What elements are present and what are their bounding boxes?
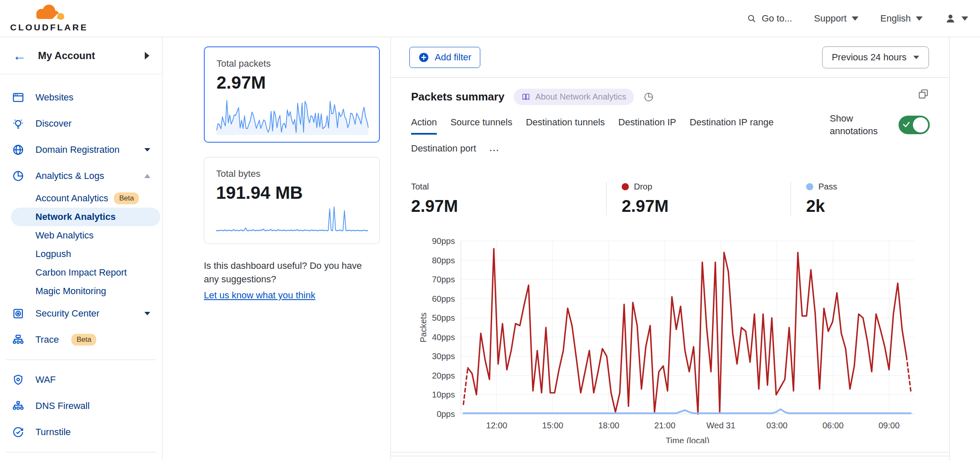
- tab-destination-ip-range[interactable]: Destination IP range: [690, 117, 774, 135]
- sidebar-item-logpush[interactable]: Logpush: [0, 245, 162, 263]
- tab-destination-ip[interactable]: Destination IP: [618, 117, 676, 135]
- globe-icon: [12, 143, 24, 156]
- stat-value: 2.97M: [411, 197, 606, 216]
- filter-bar: Add filter Previous 24 hours: [391, 37, 949, 77]
- svg-text:18:00: 18:00: [598, 421, 619, 430]
- svg-text:10pps: 10pps: [432, 390, 455, 399]
- stat-total: Total 2.97M: [411, 182, 606, 216]
- account-header: ← My Account: [0, 37, 162, 74]
- stat-label: Total: [411, 182, 429, 192]
- time-range-label: Previous 24 hours: [832, 52, 907, 63]
- tab-action[interactable]: Action: [411, 117, 437, 135]
- sidebar-item-label: WAF: [35, 374, 56, 385]
- svg-text:Time (local): Time (local): [666, 436, 709, 443]
- annotations-toggle[interactable]: [899, 116, 930, 134]
- sidebar-item-network-analytics[interactable]: Network Analytics: [11, 208, 160, 226]
- panel-gap: [391, 452, 949, 456]
- sidebar-item-carbon-impact-report[interactable]: Carbon Impact Report: [0, 263, 162, 282]
- sidebar-item-label: Network Analytics: [35, 211, 116, 222]
- sidebar-item-label: Account Analytics: [35, 193, 108, 204]
- stat-label: Pass: [818, 182, 837, 192]
- svg-text:30pps: 30pps: [432, 352, 455, 361]
- sidebar-item-label: DNS Firewall: [35, 400, 89, 411]
- svg-text:40pps: 40pps: [432, 333, 455, 342]
- account-menu[interactable]: [945, 13, 968, 24]
- back-arrow-icon[interactable]: ←: [13, 49, 26, 62]
- language-menu[interactable]: English: [880, 13, 923, 24]
- time-series-chart: 0pps10pps20pps30pps40pps50pps60pps70pps8…: [414, 230, 929, 443]
- packets-summary-panel: Packets summary About Network Analytics: [391, 77, 949, 452]
- sidebar-item-trace[interactable]: Trace Beta: [0, 327, 162, 353]
- svg-text:Wed 31: Wed 31: [707, 421, 736, 430]
- check-icon: [902, 120, 911, 129]
- chevron-down-icon: [913, 56, 919, 59]
- top-bar: CLOUDFLARE Go to... Support English: [0, 0, 980, 37]
- packets-line-chart: 0pps10pps20pps30pps40pps50pps60pps70pps8…: [414, 230, 933, 443]
- time-range-dropdown[interactable]: Previous 24 hours: [822, 46, 929, 68]
- goto-search[interactable]: Go to...: [747, 13, 792, 24]
- add-filter-button[interactable]: Add filter: [409, 47, 480, 68]
- sidebar-item-label: Domain Registration: [35, 144, 119, 155]
- card-label: Total packets: [217, 58, 367, 69]
- sidebar-item-security-center[interactable]: Security Center: [0, 300, 162, 327]
- beta-badge: Beta: [114, 192, 139, 204]
- sidebar-item-label: Turnstile: [35, 427, 71, 438]
- beta-badge: Beta: [71, 334, 96, 346]
- expand-panel-icon[interactable]: [917, 88, 930, 100]
- tab-destination-port[interactable]: Destination port: [411, 143, 476, 161]
- svg-text:20pps: 20pps: [432, 371, 455, 380]
- account-name: My Account: [38, 50, 95, 62]
- svg-text:Packets: Packets: [419, 312, 428, 342]
- sidebar-item-magic-monitoring[interactable]: Magic Monitoring: [0, 282, 162, 300]
- cloudflare-logo[interactable]: CLOUDFLARE: [10, 5, 88, 32]
- packets-sparkline: [217, 93, 368, 135]
- more-tabs-button[interactable]: ...: [490, 144, 500, 161]
- svg-text:12:00: 12:00: [486, 421, 507, 430]
- top-nav: Go to... Support English: [747, 13, 968, 24]
- summary-column: Total packets 2.97M Total bytes 191.94 M…: [162, 37, 390, 460]
- sidebar-item-analytics-logs[interactable]: Analytics & Logs: [0, 163, 162, 189]
- sidebar-item-websites[interactable]: Websites: [0, 84, 162, 111]
- support-menu[interactable]: Support: [814, 13, 858, 24]
- about-network-analytics-badge[interactable]: About Network Analytics: [514, 89, 634, 105]
- sidebar-item-discover[interactable]: Discover: [0, 111, 162, 137]
- total-packets-card[interactable]: Total packets 2.97M: [204, 46, 380, 143]
- svg-text:50pps: 50pps: [432, 313, 455, 322]
- add-filter-label: Add filter: [435, 52, 471, 63]
- sidebar-item-label: Web Analytics: [35, 230, 94, 241]
- search-icon: [747, 14, 757, 24]
- sidebar-divider: [6, 452, 156, 452]
- sidebar-item-dns-firewall[interactable]: DNS Firewall: [0, 393, 162, 419]
- svg-text:21:00: 21:00: [654, 421, 675, 430]
- tab-destination-tunnels[interactable]: Destination tunnels: [526, 117, 605, 135]
- sidebar-item-label: Carbon Impact Report: [35, 267, 127, 278]
- stats-row: Total 2.97M Drop 2.97M Pass 2k: [411, 182, 929, 216]
- pie-chart-outline-icon[interactable]: [643, 92, 654, 103]
- svg-text:90pps: 90pps: [432, 236, 455, 246]
- sidebar-item-label: Websites: [35, 92, 73, 103]
- lightbulb-icon: [12, 117, 24, 130]
- refresh-check-icon: [12, 426, 24, 438]
- chevron-up-icon: [144, 174, 150, 178]
- tab-source-tunnels[interactable]: Source tunnels: [450, 117, 512, 135]
- feedback-link[interactable]: Let us know what you think: [204, 289, 315, 302]
- sidebar-item-label: Analytics & Logs: [35, 170, 104, 181]
- chevron-down-icon: [961, 16, 968, 21]
- svg-text:06:00: 06:00: [823, 421, 844, 430]
- chevron-down-icon: [144, 148, 150, 152]
- sidebar-item-turnstile[interactable]: Turnstile: [0, 419, 162, 445]
- sidebar-item-web-analytics[interactable]: Web Analytics: [0, 226, 162, 245]
- browser-window-icon: [12, 91, 24, 104]
- sidebar-item-domain-registration[interactable]: Domain Registration: [0, 137, 162, 163]
- total-bytes-card[interactable]: Total bytes 191.94 MB: [204, 157, 380, 244]
- sidebar-item-label: Magic Monitoring: [35, 286, 106, 297]
- pass-legend-dot: [806, 183, 813, 190]
- svg-text:70pps: 70pps: [432, 275, 455, 284]
- sidebar-item-label: Trace: [35, 334, 59, 345]
- sidebar-item-waf[interactable]: WAF: [0, 367, 162, 393]
- stat-value: 2.97M: [622, 197, 790, 216]
- show-annotations-control: Show annotations: [830, 112, 930, 137]
- chevron-right-icon[interactable]: [145, 52, 149, 60]
- svg-text:15:00: 15:00: [542, 421, 563, 430]
- sidebar-item-account-analytics[interactable]: Account Analytics Beta: [0, 189, 162, 208]
